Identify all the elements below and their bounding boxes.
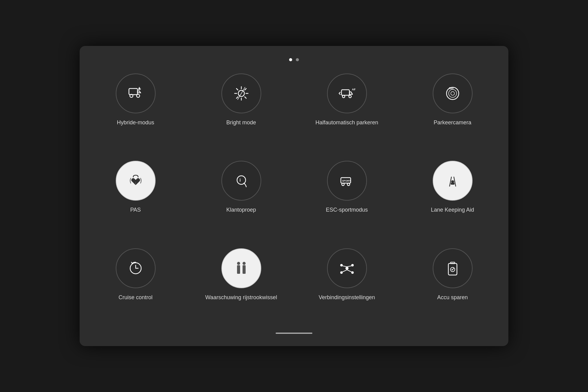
tile-parkeercamera[interactable]: 360 Parkeercamera [409,74,496,149]
svg-line-44 [347,270,352,272]
tile-grid: Hybride-modus Bright mode [92,74,496,323]
svg-point-27 [347,183,350,186]
svg-line-42 [347,266,352,267]
svg-rect-33 [243,265,246,274]
page-dot-2 [296,58,299,61]
svg-rect-32 [237,265,240,274]
label-halfautomatisch-parkeren: Halfautomatisch parkeren [315,119,378,126]
svg-line-41 [342,266,347,267]
svg-text:AF: AF [352,88,356,91]
svg-rect-46 [450,262,455,264]
bottom-bar [276,333,312,334]
icon-circle-pas [116,161,156,201]
label-lane-keeping-aid: Lane Keeping Aid [431,206,474,214]
icon-circle-hybride-modus [116,74,156,113]
svg-point-36 [345,267,349,270]
svg-point-16 [349,95,351,98]
tile-cruise-control[interactable]: Cruise control [92,248,179,323]
svg-point-34 [237,262,240,265]
tile-lane-keeping-aid[interactable]: Lane Keeping Aid [409,161,496,236]
label-hybride-modus: Hybride-modus [117,119,154,126]
label-pas: PAS [130,206,141,214]
tile-verbindingsinstellingen[interactable]: Verbindingsinstellingen [303,248,390,323]
svg-line-11 [245,89,246,90]
tile-accu-sparen[interactable]: Accu sparen [409,248,496,323]
icon-circle-verbindingsinstellingen [327,248,367,288]
tile-esc-sportmodus[interactable]: SPORT ESC-sportmodus [303,161,390,236]
icon-circle-esc-sportmodus: SPORT [327,161,367,201]
svg-text:360: 360 [449,87,454,90]
label-cruise-control: Cruise control [119,294,153,301]
icon-circle-lane-keeping-aid [433,161,473,201]
icon-circle-accu-sparen [433,248,473,288]
label-klantoproep: Klantoproep [226,206,256,214]
label-parkeercamera: Parkeercamera [434,119,471,126]
page-indicators [289,58,299,61]
tile-bright-mode[interactable]: Bright mode [198,74,285,149]
label-esc-sportmodus: ESC-sportmodus [326,206,368,214]
tile-hybride-modus[interactable]: Hybride-modus [92,74,179,149]
label-verbindingsinstellingen: Verbindingsinstellingen [318,294,375,301]
svg-point-38 [351,264,354,266]
svg-point-20 [451,92,454,95]
svg-point-3 [139,88,141,90]
icon-circle-klantoproep: i [221,161,261,201]
svg-line-10 [245,97,246,98]
tile-pas[interactable]: PAS [92,161,179,236]
svg-line-43 [342,270,347,272]
tile-waarschuwing-rijstrookwissel[interactable]: Waarschuwing rijstrookwissel [198,248,285,323]
icon-circle-bright-mode [221,74,261,113]
svg-point-35 [243,262,246,265]
screen-bezel: Hybride-modus Bright mode [80,46,508,346]
svg-rect-0 [129,89,138,95]
svg-point-37 [340,264,343,266]
svg-rect-14 [341,90,349,95]
page-dot-1 [289,58,292,61]
icon-circle-cruise-control [116,248,156,288]
tile-halfautomatisch-parkeren[interactable]: AF Halfautomatisch parkeren [303,74,390,149]
label-bright-mode: Bright mode [226,119,256,126]
svg-point-2 [137,94,140,97]
icon-circle-halfautomatisch-parkeren: AF [327,74,367,113]
svg-rect-30 [451,181,454,183]
label-waarschuwing-rijstrookwissel: Waarschuwing rijstrookwissel [205,294,277,301]
icon-circle-parkeercamera: 360 [433,74,473,113]
svg-text:i: i [239,178,241,183]
svg-point-26 [342,183,344,186]
svg-line-12 [236,97,238,98]
svg-line-9 [236,89,238,90]
svg-text:SPORT: SPORT [342,179,351,182]
tile-klantoproep[interactable]: i Klantoproep [198,161,285,236]
icon-circle-waarschuwing-rijstrookwissel [221,248,261,288]
svg-point-15 [342,95,345,98]
label-accu-sparen: Accu sparen [437,294,468,301]
svg-point-19 [449,89,457,97]
